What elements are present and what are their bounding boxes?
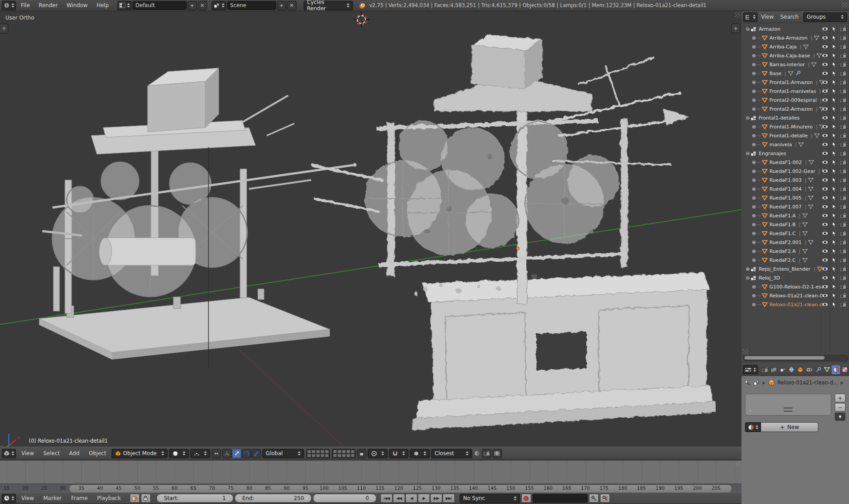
layer-cell[interactable] <box>312 454 316 457</box>
restrict-select-cursor-icon[interactable] <box>832 159 837 165</box>
restrict-render-camera-icon[interactable] <box>840 266 846 272</box>
restrict-render-camera-icon[interactable] <box>840 240 846 245</box>
restrict-render-camera-icon[interactable] <box>840 62 846 67</box>
expand-icon[interactable]: ⊕ <box>751 284 757 290</box>
expand-icon[interactable]: ⊕ <box>751 222 757 228</box>
outliner-row[interactable]: ⊕RuedaF1.004| <box>741 184 849 193</box>
outliner-row[interactable]: ⊕Arriba-Armazon| <box>741 33 849 42</box>
expand-icon[interactable]: ⊕ <box>751 142 757 148</box>
outliner-row[interactable]: ⊕Frontal1-manivelas| <box>741 87 849 96</box>
outliner-item-label[interactable]: Armazon <box>759 26 781 32</box>
menu-view[interactable]: View <box>17 448 38 459</box>
add-scene-button[interactable]: + <box>277 1 286 10</box>
restrict-render-camera-icon[interactable] <box>840 80 846 85</box>
expand-icon[interactable]: ⊖ <box>745 275 750 281</box>
eye-icon[interactable] <box>821 187 829 191</box>
layer-cell[interactable] <box>342 450 346 453</box>
close-scene-button[interactable]: ✕ <box>287 1 296 10</box>
eye-icon[interactable] <box>821 196 829 200</box>
expand-icon[interactable]: ⊕ <box>751 62 757 68</box>
outliner-item-label[interactable]: RuedaF2.A <box>769 248 796 254</box>
layer-cell[interactable] <box>346 450 350 453</box>
restrict-render-camera-icon[interactable] <box>840 195 846 200</box>
outliner-item-label[interactable]: RuedaF1.C <box>769 231 796 236</box>
outliner-row[interactable]: ⊕RuedaF1-002| <box>741 158 849 167</box>
toolshelf-expand-button[interactable]: + <box>0 24 8 33</box>
expand-icon[interactable]: ⊕ <box>751 240 757 245</box>
layer-cell[interactable] <box>316 450 320 453</box>
outliner-item-label[interactable]: RuedaF2.001 <box>769 240 801 245</box>
restrict-select-cursor-icon[interactable] <box>832 132 837 139</box>
scanned-clock-model[interactable] <box>307 31 716 444</box>
restrict-select-cursor-icon[interactable] <box>832 106 837 112</box>
timeline-corner-grip[interactable] <box>735 461 741 467</box>
restrict-render-camera-icon[interactable] <box>840 142 846 147</box>
eye-icon[interactable] <box>821 133 829 138</box>
outliner-row[interactable]: ⊕RuedaF2.001| <box>741 238 849 247</box>
expand-icon[interactable]: ⊕ <box>751 71 757 76</box>
restrict-render-camera-icon[interactable] <box>840 231 846 236</box>
eye-icon[interactable] <box>821 231 829 236</box>
restrict-select-cursor-icon[interactable] <box>832 248 837 254</box>
restrict-select-cursor-icon[interactable] <box>832 204 837 210</box>
outliner-display-mode-dropdown[interactable]: Groups <box>803 12 847 22</box>
expand-icon[interactable]: ⊕ <box>751 35 757 41</box>
breadcrumb-object-name[interactable]: Reloxo-01a21-clean-d... <box>777 380 838 386</box>
restrict-render-camera-icon[interactable] <box>840 151 846 156</box>
outliner-row[interactable]: ⊕RuedaF1.C| <box>741 229 849 238</box>
auto-keyframe-toggle[interactable] <box>521 494 531 503</box>
eye-icon[interactable] <box>821 36 829 40</box>
restrict-select-cursor-icon[interactable] <box>832 79 837 85</box>
outliner-item-label[interactable]: Frontal1-detalle <box>769 133 808 139</box>
outliner-item-label[interactable]: Frontal1-detalles <box>759 115 800 121</box>
restrict-select-cursor-icon[interactable] <box>832 266 837 272</box>
layer-cell[interactable] <box>333 454 337 457</box>
expand-icon[interactable]: ⊕ <box>751 293 757 299</box>
eye-icon[interactable] <box>821 27 829 31</box>
properties-tab-render-layers[interactable] <box>769 365 778 374</box>
restrict-render-camera-icon[interactable] <box>840 186 846 192</box>
restrict-render-camera-icon[interactable] <box>840 133 846 138</box>
restrict-select-cursor-icon[interactable] <box>832 141 837 148</box>
properties-tab-texture[interactable] <box>841 365 849 374</box>
eye-icon[interactable] <box>821 71 829 76</box>
properties-shelf-expand-button[interactable]: + <box>731 24 740 33</box>
properties-tab-scene[interactable] <box>778 365 787 374</box>
eye-icon[interactable] <box>821 89 829 93</box>
restrict-render-camera-icon[interactable] <box>840 204 846 209</box>
restrict-render-camera-icon[interactable] <box>840 35 846 40</box>
outliner-row[interactable]: ⊕RuedaF1.003| <box>741 176 849 184</box>
outliner-row[interactable]: ⊕Rejoj_Entero_Blender| <box>741 264 849 273</box>
expand-icon[interactable]: ⊕ <box>751 133 757 139</box>
area-corner-grip[interactable] <box>735 12 741 18</box>
restrict-render-camera-icon[interactable] <box>840 302 846 307</box>
expand-icon[interactable]: ⊕ <box>751 88 757 94</box>
outliner-item-label[interactable]: RuedaF1.B <box>769 222 796 228</box>
restrict-select-cursor-icon[interactable] <box>832 44 837 50</box>
expand-icon[interactable]: ⊕ <box>751 80 757 85</box>
properties-tab-render[interactable] <box>761 365 769 374</box>
snap-target-dropdown[interactable]: Closest <box>431 449 472 458</box>
properties-tab-world[interactable] <box>787 365 796 374</box>
opengl-render-anim-button[interactable] <box>493 449 502 458</box>
eye-icon[interactable] <box>821 213 829 218</box>
restrict-render-camera-icon[interactable] <box>840 177 846 183</box>
outliner-item-label[interactable]: Frontal2-Armazon <box>769 106 813 112</box>
manipulator-scale-button[interactable] <box>252 449 261 458</box>
menu-help[interactable]: Help <box>92 0 112 11</box>
outliner-row[interactable]: ⊕Frontal2-009espiral| <box>741 96 849 104</box>
editor-type-button-info[interactable]: i <box>2 1 16 10</box>
expand-icon[interactable]: ⊕ <box>751 195 757 201</box>
jump-to-end-button[interactable]: ▶▶| <box>443 494 455 503</box>
layer-cell[interactable] <box>337 454 341 457</box>
outliner-row[interactable]: ⊖Frontal1-detalles <box>741 113 849 122</box>
mode-dropdown[interactable]: Object Mode <box>112 449 168 458</box>
menu-file[interactable]: File <box>17 0 34 11</box>
end-frame-field[interactable]: ‹ End: 250 › <box>235 494 312 503</box>
restrict-select-cursor-icon[interactable] <box>832 124 837 130</box>
expand-icon[interactable]: ⊕ <box>751 231 757 236</box>
menu-add[interactable]: Add <box>65 448 84 459</box>
layer-cell[interactable] <box>320 450 324 453</box>
snap-peel-icon[interactable] <box>473 450 481 457</box>
current-frame-field[interactable]: ‹ 0 › <box>313 494 376 503</box>
